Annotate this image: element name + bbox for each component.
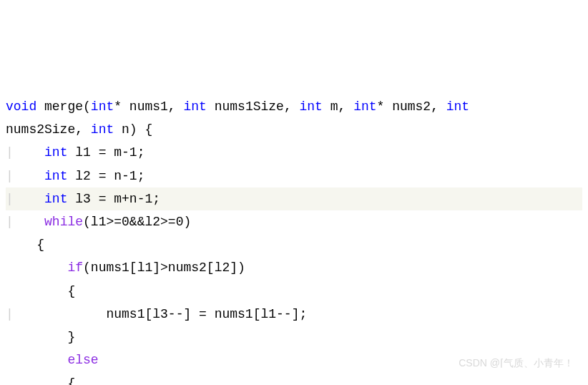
line-2: nums2Size, int n) { [6,122,152,137]
line-7: { [6,238,44,252]
indent-guide: | [6,192,14,206]
line-6: | while(l1>=0&&l2>=0) [6,215,191,229]
keyword-else: else [67,353,98,367]
keyword-if: if [67,260,83,275]
keyword-int: int [300,99,323,114]
line-5-highlighted: | int l3 = m+n-1; [6,187,582,210]
keyword-int: int [91,122,114,137]
line-13: { [6,376,75,386]
indent-guide: | [6,145,14,160]
keyword-int: int [44,192,67,206]
keyword-int: int [446,99,469,114]
line-3: | int l1 = m-1; [6,145,144,160]
indent-guide: | [6,169,14,183]
line-8: if(nums1[l1]>nums2[l2]) [6,260,245,275]
indent-guide: | [6,215,14,229]
code-block: void merge(int* nums1, int nums1Size, in… [6,95,582,385]
line-10: | nums1[l3--] = nums1[l1--]; [6,307,307,321]
keyword-void: void [6,99,36,114]
line-1: void merge(int* nums1, int nums1Size, in… [6,99,469,114]
keyword-int: int [44,145,67,160]
line-12: else [6,353,99,367]
keyword-while: while [44,215,83,229]
keyword-int: int [353,99,376,114]
line-11: } [6,330,75,344]
indent-guide: | [6,307,14,321]
keyword-int: int [183,99,206,114]
keyword-int: int [44,169,67,183]
keyword-int: int [91,99,114,114]
line-9: { [6,284,75,298]
line-4: | int l2 = n-1; [6,169,144,183]
